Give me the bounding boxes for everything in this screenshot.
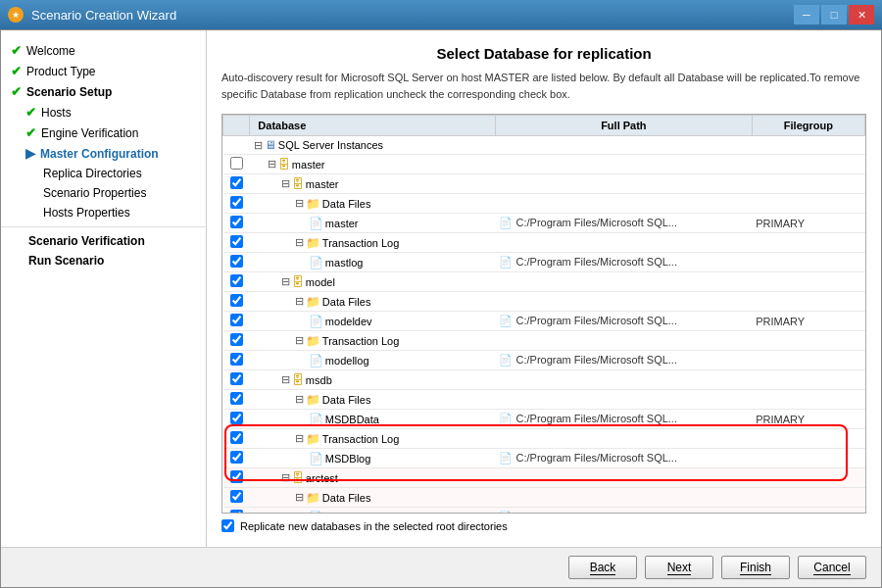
expand-icon[interactable]: ⊟ <box>295 393 304 406</box>
row-label-cell: 📄modeldev <box>250 312 496 331</box>
row-checkbox-cell <box>223 410 250 429</box>
row-checkbox[interactable] <box>230 294 243 307</box>
row-checkbox[interactable] <box>230 274 243 287</box>
database-icon: 🗄 <box>292 373 304 387</box>
row-checkbox[interactable] <box>230 255 243 268</box>
row-label: msdb <box>306 374 332 386</box>
database-table: Database Full Path Filegroup ⊟🖥SQL Serve… <box>222 115 865 513</box>
sidebar-item-engine-verification[interactable]: ✔ Engine Verification <box>1 122 206 143</box>
path-file-icon: 📄 <box>499 452 515 464</box>
expand-icon[interactable]: ⊟ <box>268 158 276 171</box>
row-checkbox[interactable] <box>230 216 243 228</box>
table-header-row: Database Full Path Filegroup <box>223 116 865 136</box>
expand-icon[interactable]: ⊟ <box>281 177 290 190</box>
row-checkbox[interactable] <box>230 157 243 170</box>
replicate-new-databases-checkbox[interactable] <box>221 519 234 532</box>
row-checkbox[interactable] <box>230 451 243 464</box>
file-icon: 📄 <box>309 315 323 328</box>
row-checkbox[interactable] <box>230 314 243 326</box>
sidebar-item-hosts-properties[interactable]: Hosts Properties <box>1 203 206 222</box>
back-button[interactable]: Back <box>568 556 637 579</box>
table-row: ⊟📁Data Files <box>223 292 865 312</box>
row-checkbox-cell <box>223 370 250 390</box>
row-checkbox-cell <box>223 214 250 233</box>
spacer-hosts-props <box>25 206 38 220</box>
path-text: C:/Program Files/Microsoft SQL... <box>516 256 677 268</box>
path-text: C:/Program Files/Microsoft SQL... <box>516 217 677 228</box>
row-checkbox[interactable] <box>230 176 243 189</box>
sidebar-item-scenario-verification[interactable]: Scenario Verification <box>1 231 206 251</box>
row-path-cell <box>495 292 752 312</box>
row-label: modellog <box>325 355 369 367</box>
table-row: 📄arctest📄 C:/Program Files/Microsoft SQL… <box>223 508 865 514</box>
row-filegroup-cell <box>752 488 864 508</box>
row-filegroup-cell <box>752 194 864 214</box>
sidebar-item-welcome[interactable]: ✔ Welcome <box>1 40 206 61</box>
row-checkbox[interactable] <box>230 431 243 444</box>
table-scroll[interactable]: Database Full Path Filegroup ⊟🖥SQL Serve… <box>222 115 865 513</box>
row-checkbox-cell <box>223 174 250 194</box>
row-filegroup-cell <box>752 272 864 292</box>
row-checkbox[interactable] <box>230 372 243 385</box>
row-checkbox[interactable] <box>230 353 243 366</box>
sidebar-item-run-scenario[interactable]: Run Scenario <box>1 251 206 270</box>
expand-icon[interactable]: ⊟ <box>281 275 290 288</box>
expand-icon[interactable]: ⊟ <box>295 236 304 249</box>
expand-icon[interactable]: ⊟ <box>281 373 290 386</box>
folder-icon: 📁 <box>306 491 320 505</box>
server-icon: 🖥 <box>265 138 276 152</box>
row-path-cell <box>495 370 752 390</box>
finish-button[interactable]: Finish <box>721 556 790 579</box>
spacer-replica <box>25 167 38 180</box>
row-checkbox[interactable] <box>230 490 243 503</box>
expand-icon[interactable]: ⊟ <box>295 197 304 210</box>
folder-icon: 📁 <box>306 236 320 250</box>
path-text: C:/Program Files/Microsoft SQL... <box>516 452 677 464</box>
row-checkbox[interactable] <box>230 510 243 513</box>
row-checkbox[interactable] <box>230 470 243 483</box>
row-filegroup-cell <box>752 351 864 370</box>
main-window: ✔ Welcome ✔ Product Type ✔ Scenario Setu… <box>0 29 882 588</box>
row-label-cell: ⊟📁Data Files <box>250 390 496 410</box>
sidebar-item-hosts[interactable]: ✔ Hosts <box>1 102 206 122</box>
folder-icon: 📁 <box>306 393 320 407</box>
row-checkbox[interactable] <box>230 333 243 346</box>
expand-icon[interactable]: ⊟ <box>295 334 304 347</box>
bottom-checkbox-row: Replicate new databases in the selected … <box>221 519 866 532</box>
expand-icon[interactable]: ⊟ <box>295 491 304 504</box>
path-text: C:/Program Files/Microsoft SQL... <box>516 354 677 366</box>
row-path-cell: 📄 C:/Program Files/Microsoft SQL... <box>495 312 752 331</box>
close-button[interactable]: ✕ <box>849 5 874 24</box>
sidebar-item-scenario-setup[interactable]: ✔ Scenario Setup <box>1 81 206 102</box>
row-checkbox[interactable] <box>230 235 243 248</box>
row-checkbox[interactable] <box>230 412 243 424</box>
path-file-icon: 📄 <box>499 354 515 366</box>
expand-icon[interactable]: ⊟ <box>295 295 304 308</box>
row-checkbox-cell <box>223 468 250 488</box>
row-path-cell: 📄 C:/Program Files/Microsoft SQL... <box>495 253 752 272</box>
cancel-button[interactable]: Cancel <box>798 556 866 579</box>
sidebar-item-replica-directories[interactable]: Replica Directories <box>1 164 206 183</box>
next-button[interactable]: Next <box>645 556 713 579</box>
minimize-button[interactable]: ─ <box>794 5 819 24</box>
database-table-container: Database Full Path Filegroup ⊟🖥SQL Serve… <box>221 114 866 514</box>
row-path-cell <box>495 233 752 253</box>
sidebar-item-scenario-properties[interactable]: Scenario Properties <box>1 183 206 203</box>
row-label: arctest <box>306 472 338 484</box>
sidebar-item-master-configuration[interactable]: ▶ Master Configuration <box>1 143 206 164</box>
maximize-button[interactable]: □ <box>821 5 847 24</box>
path-file-icon: 📄 <box>499 413 515 424</box>
spacer-scenario-props <box>25 186 38 200</box>
row-path-cell <box>495 429 752 449</box>
sidebar-item-product-type[interactable]: ✔ Product Type <box>1 61 206 81</box>
row-checkbox[interactable] <box>230 392 243 405</box>
table-row: ⊟🖥SQL Server Instances <box>223 136 865 155</box>
database-icon: 🗄 <box>278 158 290 172</box>
expand-icon[interactable]: ⊟ <box>281 471 290 484</box>
path-text: C:/Program Files/Microsoft SQL... <box>516 511 677 513</box>
row-checkbox[interactable] <box>230 196 243 209</box>
expand-icon[interactable]: ⊟ <box>295 432 304 445</box>
row-label-cell: 📄arctest <box>250 508 496 514</box>
database-icon: 🗄 <box>292 177 304 191</box>
expand-icon[interactable]: ⊟ <box>254 139 263 152</box>
